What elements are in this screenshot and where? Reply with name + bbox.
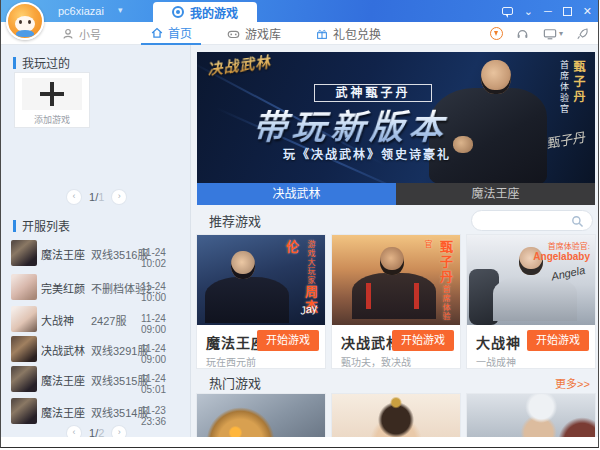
nav-tab-gift-exchange[interactable]: 礼包兑换 (306, 22, 390, 45)
pager-prev-button[interactable]: ‹ (67, 190, 81, 204)
hot-games-more-link[interactable]: 更多>> (555, 375, 590, 391)
server-list-row[interactable]: 决战武林 双线3291服 11-24 09:00 (1, 335, 191, 365)
server-list-heading: 开服列表 (13, 217, 70, 234)
tab-my-games[interactable]: 我的游戏 (153, 2, 257, 22)
maximize-button[interactable] (563, 7, 572, 16)
app-window: pc6xiazai ▾ 我的游戏 ⌄ ─ ✕ 小号 (0, 0, 599, 448)
heading-accent-bar (13, 57, 16, 69)
game-avatar (11, 366, 37, 392)
search-box (471, 210, 593, 231)
hot-game-thumb-wukong[interactable] (197, 394, 325, 437)
add-game-button[interactable]: 添加游戏 (15, 73, 89, 127)
server-game-name: 决战武林 (41, 342, 85, 358)
server-list-pager: ‹ 1/2 › (67, 426, 126, 437)
server-list-title: 开服列表 (22, 217, 70, 234)
nav-tab-game-library[interactable]: 游戏库 (217, 22, 290, 45)
pager-total: 2 (98, 427, 104, 437)
server-game-name: 魔法王座 (41, 246, 85, 262)
banner-headline-big: 带玩新版本 (251, 100, 449, 149)
server-open-time: 11-24 09:00 (141, 343, 191, 365)
card-signature: Angela (550, 264, 586, 283)
server-list-row[interactable]: 魔法王座 双线3514服 11-23 23:36 (1, 397, 191, 427)
server-game-name: 完美红颜 (41, 280, 85, 296)
banner-endorser-title: 首席体验官 (558, 60, 571, 115)
game-avatar (11, 306, 37, 332)
server-open-time: 11-24 10:02 (141, 247, 191, 269)
server-game-name: 魔法王座 (41, 372, 85, 388)
hot-game-thumb-emperor[interactable] (332, 394, 460, 437)
nav-tab-game-library-label: 游戏库 (245, 25, 281, 42)
nav-tab-gift-exchange-label: 礼包兑换 (333, 25, 381, 42)
game-card-juezhanwulin: 甄子丹首席体验官 决战武林 开始游戏 甄功夫，致决战 (332, 235, 460, 368)
account-label: 小号 (79, 26, 101, 42)
banner-tabs: 决战武林 魔法王座 (197, 183, 595, 205)
game-card-art[interactable]: 首席体验官: Angelababy Angela (467, 235, 595, 325)
minimize-button[interactable]: ─ (544, 6, 552, 17)
card-endorser-label: 首席体验官: Angelababy (533, 240, 590, 262)
toolbar: 小号 首页 游戏库 (1, 22, 598, 45)
played-games-heading: 我玩过的 (13, 54, 70, 71)
game-card-art[interactable]: 甄子丹首席体验官 (332, 235, 460, 325)
pager-next-button[interactable]: › (112, 190, 126, 204)
server-list-row[interactable]: 魔法王座 双线3515服 11-24 05:01 (1, 365, 191, 395)
booster-rocket-icon[interactable] (575, 26, 590, 41)
recommended-heading: 推荐游戏 (209, 211, 261, 230)
hot-games-heading: 热门游戏 (209, 373, 261, 392)
pager-prev-button[interactable]: ‹ (67, 426, 81, 437)
search-icon[interactable] (570, 214, 585, 229)
close-button[interactable]: ✕ (583, 6, 592, 17)
hot-game-thumb-warrior[interactable] (467, 394, 595, 437)
server-list-row[interactable]: 完美红颜 不删档体验2... 11-24 10:00 (1, 273, 191, 303)
server-list-row[interactable]: 大战神 2427服 11-24 09:00 (1, 305, 191, 335)
game-slogan: 一战成神 (476, 354, 516, 369)
heading-accent-bar (13, 220, 16, 232)
feedback-chat-icon[interactable] (502, 7, 513, 15)
card-figure (493, 275, 577, 321)
content-area: 我玩过的 添加游戏 ‹ 1/1 › 开服列表 魔法王座 双线3516服 11-2… (1, 45, 598, 437)
armor-tassel (366, 283, 371, 309)
game-avatar (11, 336, 37, 362)
add-game-label: 添加游戏 (15, 113, 89, 126)
gamepad-icon (226, 27, 241, 41)
banner-tab-juezhanwulin[interactable]: 决战武林 (197, 183, 396, 205)
gift-icon (315, 27, 329, 41)
server-list-row[interactable]: 魔法王座 双线3516服 11-24 10:02 (1, 239, 191, 269)
banner-signature: 甄子丹 (545, 127, 587, 152)
my-games-label: 我的游戏 (190, 4, 238, 21)
banner-tab-mofawangzuo[interactable]: 魔法王座 (396, 183, 595, 205)
start-game-button[interactable]: 开始游戏 (257, 330, 319, 351)
app-title: pc6xiazai (58, 5, 104, 17)
start-game-button[interactable]: 开始游戏 (392, 330, 454, 351)
card-endorser-label: 甄子丹首席体验官 (418, 240, 455, 325)
monitor-caret-icon: ▾ (559, 29, 563, 38)
game-card-art[interactable]: 游戏大玩家周杰伦 Jay (197, 235, 325, 325)
display-mode-dropdown[interactable]: ▾ (542, 26, 563, 41)
game-avatar (11, 274, 37, 300)
game-avatar (11, 398, 37, 424)
logo-eye (19, 20, 22, 24)
skin-chevron-icon[interactable]: ⌄ (524, 6, 533, 17)
nav-tab-home[interactable]: 首页 (141, 22, 201, 45)
monitor-icon (542, 26, 558, 41)
pager-next-button[interactable]: › (112, 426, 126, 437)
server-name: 双线3291服 (91, 342, 148, 358)
pager-total: 1 (98, 191, 104, 203)
headset-icon[interactable] (515, 26, 530, 41)
app-logo-avatar[interactable] (6, 2, 44, 40)
account-switcher[interactable]: 小号 (61, 26, 101, 42)
server-game-name: 魔法王座 (41, 404, 85, 420)
banner-figure-fist (453, 136, 473, 153)
user-icon (61, 27, 75, 41)
search-input[interactable] (482, 213, 568, 228)
server-name: 双线3516服 (91, 246, 148, 262)
nav-tab-home-label: 首页 (168, 24, 192, 41)
app-title-caret-icon[interactable]: ▾ (118, 5, 123, 15)
logo-eye (28, 20, 31, 24)
hero-banner[interactable]: 决战武林 武神甄子丹 带玩新版本 玩《决战武林》领史诗豪礼 甄子丹 首席体验官 … (197, 52, 595, 183)
title-bar: pc6xiazai ▾ 我的游戏 ⌄ ─ ✕ (1, 0, 598, 22)
home-icon (150, 26, 164, 40)
server-open-time: 11-23 23:36 (141, 405, 191, 427)
start-game-button[interactable]: 开始游戏 (527, 330, 589, 351)
played-games-pager: ‹ 1/1 › (67, 190, 126, 204)
promo-fire-icon[interactable] (490, 27, 503, 40)
